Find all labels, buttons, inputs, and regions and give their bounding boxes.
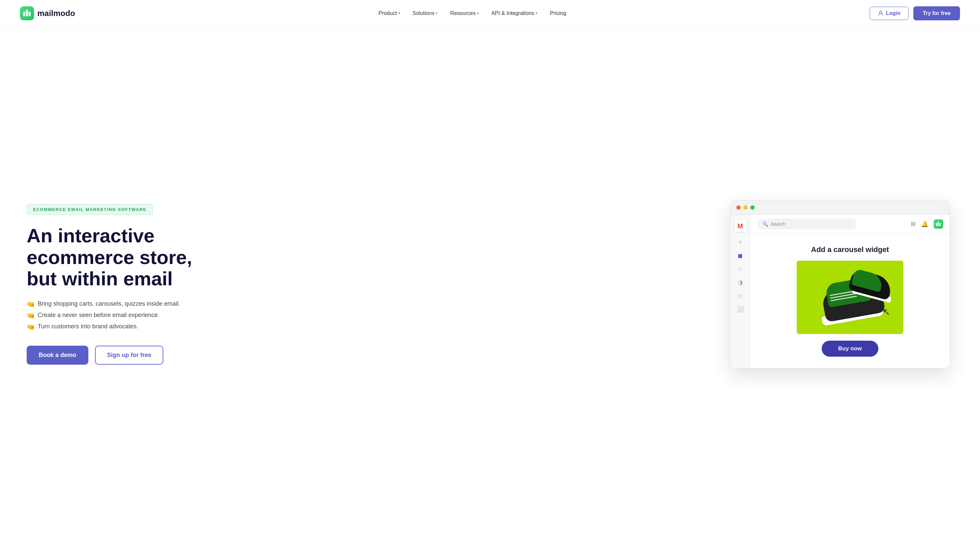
- snoozed-icon[interactable]: ◑: [738, 279, 743, 286]
- compose-icon[interactable]: ＋: [737, 238, 743, 246]
- svg-rect-0: [23, 12, 25, 16]
- main-nav: mailmodo Product ▾ Solutions ▾ Resources…: [0, 0, 980, 27]
- browser-minimize-dot: [743, 205, 748, 210]
- try-for-free-button[interactable]: Try for free: [913, 6, 960, 20]
- starred-icon[interactable]: ☆: [738, 265, 743, 273]
- logo-icon: [20, 6, 34, 20]
- logo-link[interactable]: mailmodo: [20, 6, 75, 20]
- grid-icon[interactable]: ⊞: [911, 220, 916, 228]
- hero-bullets: 🤜 Bring shopping carts, carousels, quizz…: [27, 300, 227, 331]
- search-bar[interactable]: 🔍 Search: [757, 219, 857, 229]
- nav-product[interactable]: Product ▾: [374, 8, 404, 19]
- chevron-down-icon: ▾: [536, 11, 537, 15]
- hero-cta: Book a demo Sign up for free: [27, 346, 227, 365]
- hero-title: An interactive ecommerce store, but with…: [27, 225, 227, 290]
- browser-maximize-dot: [750, 205, 755, 210]
- drafts-icon[interactable]: ⬜: [737, 305, 744, 313]
- bullet-item: 🤜 Turn customers into brand advocates.: [27, 323, 227, 331]
- bell-icon[interactable]: 🔔: [921, 220, 928, 228]
- hero-left: ECOMMERCE EMAIL MARKETING SOFTWARE An in…: [27, 204, 227, 365]
- shoe-second: [850, 267, 893, 300]
- nav-pricing[interactable]: Pricing: [545, 8, 571, 19]
- hand-pointing-icon: 🤜: [27, 312, 35, 319]
- chevron-down-icon: ▾: [477, 11, 479, 15]
- browser-mockup: M ＋ ◼ ☆ ◑ ▷ ⬜ 🔍 Search: [730, 200, 950, 368]
- carousel-image: ↖: [797, 261, 903, 334]
- svg-rect-2: [29, 12, 31, 16]
- gmail-logo: M: [734, 220, 746, 232]
- nav-api-integrations[interactable]: API & Integrations ▾: [487, 8, 542, 19]
- inbox-icon[interactable]: ◼: [738, 252, 743, 259]
- email-topbar-icons: ⊞ 🔔: [911, 219, 943, 229]
- browser-close-dot: [737, 205, 741, 210]
- svg-point-3: [879, 11, 882, 13]
- email-client: M ＋ ◼ ☆ ◑ ▷ ⬜ 🔍 Search: [730, 215, 950, 368]
- hand-pointing-icon: 🤜: [27, 323, 35, 331]
- search-icon: 🔍: [762, 221, 768, 227]
- chevron-down-icon: ▾: [398, 11, 400, 15]
- chevron-down-icon: ▾: [436, 11, 438, 15]
- buy-now-button[interactable]: Buy now: [822, 341, 879, 357]
- hand-pointing-icon: 🤜: [27, 300, 35, 308]
- hero-right: M ＋ ◼ ☆ ◑ ▷ ⬜ 🔍 Search: [727, 200, 953, 368]
- cursor-icon: ↖: [882, 306, 890, 317]
- widget-title: Add a carousel widget: [811, 245, 889, 254]
- svg-rect-1: [26, 10, 28, 16]
- sent-icon[interactable]: ▷: [738, 292, 743, 299]
- nav-actions: Login Try for free: [870, 6, 960, 20]
- svg-rect-4: [936, 223, 937, 226]
- hero-badge: ECOMMERCE EMAIL MARKETING SOFTWARE: [27, 204, 153, 215]
- brand-name: mailmodo: [37, 9, 75, 18]
- email-topbar: 🔍 Search ⊞ 🔔: [750, 215, 950, 234]
- login-button[interactable]: Login: [870, 7, 909, 20]
- email-content: Add a carousel widget: [750, 234, 950, 368]
- nav-resources[interactable]: Resources ▾: [445, 8, 483, 19]
- sign-up-button[interactable]: Sign up for free: [95, 346, 163, 365]
- nav-links: Product ▾ Solutions ▾ Resources ▾ API & …: [374, 8, 571, 19]
- nav-solutions[interactable]: Solutions ▾: [408, 8, 442, 19]
- svg-rect-6: [939, 223, 941, 226]
- bullet-item: 🤜 Bring shopping carts, carousels, quizz…: [27, 300, 227, 308]
- email-main: 🔍 Search ⊞ 🔔: [750, 215, 950, 368]
- book-demo-button[interactable]: Book a demo: [27, 346, 88, 365]
- bullet-item: 🤜 Create a never seen before email exper…: [27, 312, 227, 319]
- mailmodo-small-icon: [934, 219, 943, 229]
- email-sidebar: M ＋ ◼ ☆ ◑ ▷ ⬜: [730, 215, 750, 368]
- search-placeholder: Search: [771, 221, 785, 227]
- browser-topbar: [730, 201, 950, 215]
- svg-rect-5: [938, 222, 939, 226]
- user-icon: [878, 11, 883, 16]
- hero-section: ECOMMERCE EMAIL MARKETING SOFTWARE An in…: [0, 27, 980, 542]
